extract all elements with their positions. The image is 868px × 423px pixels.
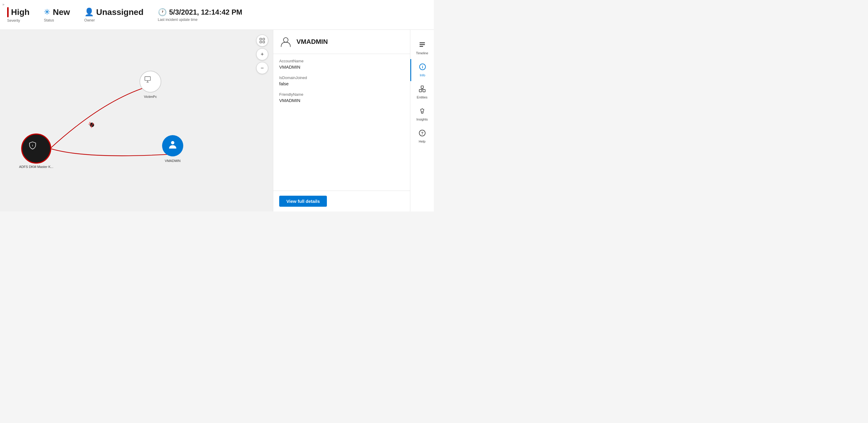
sidebar-item-entities[interactable]: Entities — [410, 81, 434, 103]
status-item: ✳ New Status — [44, 7, 70, 22]
datetime-item: 🕐 5/3/2021, 12:14:42 PM Last incident up… — [158, 8, 243, 22]
svg-point-7 — [140, 71, 161, 92]
svg-rect-20 — [423, 89, 425, 92]
severity-item: High Severity — [7, 7, 30, 23]
svg-rect-16 — [420, 46, 423, 47]
svg-rect-14 — [420, 43, 425, 43]
svg-rect-21 — [421, 86, 424, 88]
svg-text:i: i — [422, 65, 423, 69]
sidebar-label-timeline: Timeline — [416, 51, 428, 55]
svg-rect-19 — [419, 89, 422, 92]
entity-header: VMADMIN — [273, 30, 410, 54]
graph-area[interactable]: + − ! ADFS DKM Master K... — [0, 30, 273, 212]
detail-friendly-name: FriendlyName VMADMIN — [279, 92, 404, 103]
fit-button[interactable] — [256, 35, 268, 47]
severity-value: High — [11, 7, 30, 17]
status-value: New — [53, 7, 70, 17]
sidebar-item-help[interactable]: ? Help — [410, 125, 434, 147]
datetime-value: 5/3/2021, 12:14:42 PM — [169, 8, 243, 17]
zoom-in-button[interactable]: + — [256, 48, 268, 60]
severity-bar — [7, 7, 9, 17]
owner-item: 👤 Unassigned Owner — [84, 7, 144, 22]
sidebar: » Timeline i Info — [410, 30, 434, 212]
zoom-out-button[interactable]: − — [256, 62, 268, 74]
svg-rect-2 — [260, 41, 261, 43]
sidebar-label-entities: Entities — [416, 95, 427, 99]
user-node-label: VMADMIN — [165, 159, 181, 163]
sidebar-label-info: Info — [420, 74, 425, 77]
entities-icon — [418, 85, 426, 94]
main-area: + − ! ADFS DKM Master K... — [0, 30, 434, 212]
severity-label: Severity — [7, 19, 30, 23]
panel-footer: View full details — [273, 191, 410, 212]
status-label: Status — [44, 18, 70, 22]
sidebar-label-insights: Insights — [416, 117, 428, 121]
svg-rect-3 — [263, 41, 265, 43]
entity-avatar — [279, 35, 292, 48]
detail-label-account: AccountName — [279, 59, 404, 63]
alert-node-label: ADFS DKM Master K... — [19, 165, 53, 169]
clock-icon: 🕐 — [158, 8, 167, 17]
svg-rect-1 — [263, 38, 265, 40]
owner-icon: 👤 — [84, 7, 94, 17]
sidebar-item-info[interactable]: i Info — [410, 59, 434, 81]
sidebar-item-insights[interactable]: Insights — [410, 103, 434, 125]
sidebar-label-help: Help — [418, 140, 426, 143]
detail-value-domain: false — [279, 81, 404, 86]
sidebar-item-timeline[interactable]: Timeline — [410, 37, 434, 59]
timeline-icon — [418, 41, 426, 50]
info-icon: i — [419, 63, 426, 72]
header: High Severity ✳ New Status 👤 Unassigned … — [0, 0, 434, 30]
svg-text:?: ? — [421, 131, 424, 135]
owner-value: Unassigned — [96, 7, 144, 17]
detail-label-domain: IsDomainJoined — [279, 76, 404, 80]
detail-value-friendly: VMADMIN — [279, 98, 404, 103]
svg-point-12 — [171, 141, 174, 144]
owner-label: Owner — [84, 18, 144, 22]
svg-text:!: ! — [32, 144, 33, 147]
svg-line-28 — [424, 109, 424, 110]
entity-name: VMADMIN — [297, 38, 328, 46]
zoom-controls: + − — [256, 35, 268, 74]
datetime-label: Last incident update time — [158, 18, 243, 22]
collapse-arrow[interactable]: » — [2, 2, 4, 6]
help-icon: ? — [418, 130, 426, 138]
detail-value-account: VMADMIN — [279, 64, 404, 69]
svg-line-27 — [420, 109, 421, 110]
svg-line-24 — [422, 89, 424, 89]
svg-rect-15 — [420, 44, 425, 45]
svg-point-25 — [421, 109, 424, 112]
right-panel: VMADMIN AccountName VMADMIN IsDomainJoin… — [273, 30, 410, 212]
detail-domain-joined: IsDomainJoined false — [279, 76, 404, 86]
svg-line-23 — [421, 89, 422, 89]
detail-label-friendly: FriendlyName — [279, 92, 404, 97]
svg-point-13 — [283, 37, 288, 43]
entity-details: AccountName VMADMIN IsDomainJoined false… — [273, 54, 410, 191]
graph-svg: ! ADFS DKM Master K... VictimPc VMADMIN — [0, 30, 273, 212]
svg-point-5 — [22, 134, 51, 163]
detail-account-name: AccountName VMADMIN — [279, 59, 404, 69]
status-icon: ✳ — [44, 7, 50, 17]
view-details-button[interactable]: View full details — [279, 196, 327, 207]
svg-rect-0 — [260, 38, 261, 40]
insights-icon — [418, 107, 426, 116]
pc-node-label: VictimPc — [144, 95, 157, 98]
